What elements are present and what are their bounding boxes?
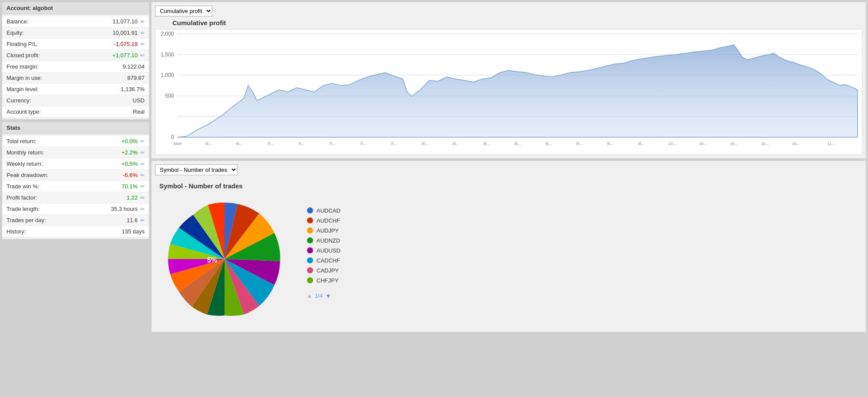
legend-item: AUDJPY [307,227,340,234]
cumulative-profit-chart: 2,000 1,500 1,000 500 0 Start 6l... 6l..… [155,29,862,155]
account-row-value: 1,136.7% [121,86,145,92]
edit-icon[interactable]: ✏ [140,138,145,144]
pie-chart-container: 5% [159,194,290,324]
edit-icon[interactable]: ✏ [140,206,145,212]
legend-item: AUDCAD [307,207,340,214]
account-row: Equity:10,001.91✏ [2,27,149,39]
account-row: Account type:Real [2,106,149,118]
account-row-label: Balance: [7,18,29,25]
stats-row-value: +0.5%✏ [122,161,145,167]
legend-container: AUDCADAUDCHFAUDJPYAUDNZDAUDUSDCADCHFCADJ… [307,207,340,299]
edit-icon[interactable]: ✏ [140,161,145,167]
account-row-value: -1,075.19✏ [114,41,145,47]
value-text: +0.5% [122,161,138,167]
account-row-value: 11,077.10✏ [112,18,145,25]
svg-text:8l...: 8l... [422,141,428,146]
page-up-arrow[interactable]: ▲ [307,293,312,299]
edit-icon[interactable]: ✏ [140,184,145,190]
value-text: USD [133,97,145,104]
svg-text:10...: 10... [730,141,738,146]
pie-layout: Symbol - Number of trades [155,178,862,328]
account-panel: Account: algobot Balance:11,077.10✏Equit… [2,2,149,120]
edit-icon[interactable]: ✏ [140,52,145,59]
stats-row-label: Total return: [7,138,36,144]
bottom-chart-panel: Symbol - Number of trades Symbol - Profi… [151,161,866,332]
legend-color-dot [307,237,313,243]
chart-bottom-header: Symbol - Number of trades Symbol - Profi… [155,164,862,175]
account-row-label: Account type: [7,108,41,115]
value-text: 11,077.10 [112,18,138,25]
legend-item: AUDUSD [307,247,340,254]
value-text: 135 days [122,228,145,235]
edit-icon[interactable]: ✏ [140,41,145,47]
svg-text:9l...: 9l... [638,141,644,146]
svg-text:8l...: 8l... [514,141,521,146]
top-chart-dropdown[interactable]: Cumulative profit Daily profit Drawdown [155,6,212,16]
svg-text:11...: 11... [827,141,835,146]
account-row-label: Free margin: [7,63,39,70]
legend-color-dot [307,257,313,263]
stats-row: History:135 days [2,226,149,237]
legend-item: AUDNZD [307,237,340,244]
edit-icon[interactable]: ✏ [140,172,145,178]
page-down-arrow[interactable]: ▼ [325,292,331,299]
legend-item: AUDCHF [307,217,340,224]
legend-label: AUDCHF [317,217,340,224]
value-text: -1,075.19 [114,41,138,47]
stats-row-label: Profit factor: [7,194,37,201]
stats-row: Trade length:35.3 hours✏ [2,203,149,215]
value-text: 9,122.04 [122,63,145,70]
stats-row-value: +2.2%✏ [122,149,145,156]
edit-icon[interactable]: ✏ [140,30,145,36]
account-row-label: Floating P/L: [7,41,38,47]
value-text: 35.3 hours [111,206,138,212]
account-row: Free margin:9,122.04 [2,61,149,72]
stats-row-value: 35.3 hours✏ [111,206,145,212]
account-row-value: +1,077.10✏ [112,52,145,59]
legend-color-dot [307,277,313,283]
svg-text:10...: 10... [668,141,676,146]
bottom-chart-dropdown[interactable]: Symbol - Number of trades Symbol - Profi… [155,164,238,175]
svg-text:500: 500 [165,93,174,99]
value-text: 879.87 [127,75,145,81]
edit-icon[interactable]: ✏ [140,217,145,223]
stats-row-value: -6.6%✏ [123,172,145,178]
svg-text:1,500: 1,500 [161,52,174,58]
value-text: 1.22 [127,194,138,201]
stats-row: Weekly return:+0.5%✏ [2,158,149,170]
pie-title-area: Symbol - Number of trades [159,182,290,324]
svg-text:0: 0 [171,134,174,140]
account-row-value: 879.87 [127,75,145,81]
edit-icon[interactable]: ✏ [140,195,145,201]
stats-row: Total return:+0.0%✏ [2,136,149,147]
account-row-label: Margin in use: [7,75,42,81]
account-table: Balance:11,077.10✏Equity:10,001.91✏Float… [2,14,149,119]
left-column: Account: algobot Balance:11,077.10✏Equit… [2,2,149,363]
top-chart-panel: Cumulative profit Daily profit Drawdown … [151,2,866,159]
value-text: 11.6 [127,217,138,223]
svg-text:8l...: 8l... [483,141,490,146]
stats-row-label: Trade win %: [7,183,39,190]
account-row-value: Real [133,108,145,115]
legend-item: CADCHF [307,257,340,264]
main-layout: Account: algobot Balance:11,077.10✏Equit… [0,0,868,397]
account-row-value: 9,122.04 [122,63,145,70]
value-text: 70.1% [122,183,138,190]
legend-label: CADCHF [317,257,340,264]
edit-icon[interactable]: ✏ [140,19,145,25]
legend-label: AUDJPY [317,227,339,234]
legend-label: CADJPY [317,267,339,274]
svg-text:7l...: 7l... [391,141,397,146]
svg-text:9l...: 9l... [607,141,614,146]
account-row: Floating P/L:-1,075.19✏ [2,39,149,50]
account-row: Margin in use:879.87 [2,72,149,84]
stats-row: Trade win %:70.1%✏ [2,181,149,192]
stats-row-value: 70.1%✏ [122,183,145,190]
legend-color-dot [307,207,313,213]
edit-icon[interactable]: ✏ [140,150,145,156]
right-column: Cumulative profit Daily profit Drawdown … [151,2,866,363]
stats-row-label: Monthly return: [7,149,44,156]
chart-top-title: Cumulative profit [172,19,862,26]
stats-table: Total return:+0.0%✏Monthly return:+2.2%✏… [2,134,149,239]
legend-color-dot [307,267,313,273]
